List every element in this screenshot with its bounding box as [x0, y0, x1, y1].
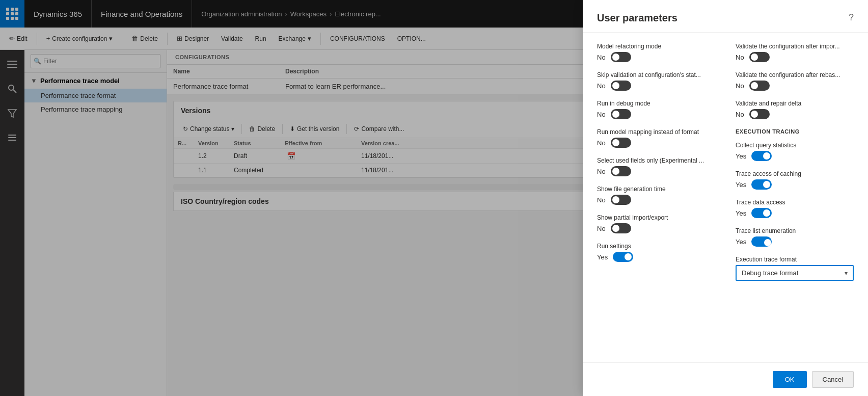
param-model-refactoring-value: No [597, 54, 606, 61]
param-show-file-gen-time: Show file generation time No [597, 186, 715, 205]
param-show-partial-import: Show partial import/export No [597, 214, 715, 233]
param-trace-list-enum-label: Trace list enumeration [736, 227, 854, 234]
param-validate-repair-delta-toggle[interactable] [749, 109, 770, 119]
param-trace-data-access: Trace data access Yes [736, 199, 854, 218]
param-trace-data-access-value: Yes [736, 209, 746, 217]
user-parameters-modal: User parameters ? Model refactoring mode… [583, 0, 868, 396]
param-trace-list-enum: Trace list enumeration Yes [736, 227, 854, 247]
param-show-partial-import-label: Show partial import/export [597, 214, 715, 221]
param-run-settings: Run settings Yes [597, 243, 715, 262]
param-trace-data-access-toggle[interactable] [751, 208, 772, 218]
param-run-model-mapping: Run model mapping instead of format No [597, 128, 715, 148]
param-trace-list-enum-value: Yes [736, 238, 746, 246]
param-validate-rebase-toggle[interactable] [749, 81, 770, 91]
params-grid: Model refactoring mode No Skip validatio… [597, 43, 854, 290]
param-run-model-mapping-label: Run model mapping instead of format [597, 128, 715, 136]
param-trace-caching-toggle[interactable] [751, 179, 772, 190]
param-run-settings-label: Run settings [597, 243, 715, 250]
param-validate-import-label: Validate the configuration after impor..… [736, 43, 854, 50]
modal-help-icon[interactable]: ? [849, 12, 854, 23]
modal-header: User parameters ? [583, 0, 868, 33]
cancel-button[interactable]: Cancel [812, 371, 854, 388]
param-execution-trace-format-label: Execution trace format [736, 256, 854, 263]
param-run-debug-value: No [597, 111, 606, 118]
param-show-file-gen-time-label: Show file generation time [597, 186, 715, 193]
execution-trace-format-dropdown[interactable]: Debug trace format ▾ [736, 265, 854, 281]
param-collect-query-stats-toggle[interactable] [751, 151, 772, 161]
param-show-partial-import-toggle[interactable] [611, 223, 631, 233]
param-collect-query-stats-value: Yes [736, 152, 746, 160]
param-execution-trace-format: Execution trace format Debug trace forma… [736, 256, 854, 281]
param-validate-import: Validate the configuration after impor..… [736, 43, 854, 62]
param-skip-validation-value: No [597, 82, 606, 90]
param-validate-repair-delta-label: Validate and repair delta [736, 100, 854, 107]
param-trace-caching-value: Yes [736, 181, 746, 189]
param-run-debug-label: Run in debug mode [597, 100, 715, 107]
param-run-settings-toggle[interactable] [613, 252, 633, 262]
param-select-used-fields: Select used fields only (Experimental ..… [597, 157, 715, 176]
modal-footer: OK Cancel [583, 362, 868, 396]
param-select-used-fields-value: No [597, 168, 606, 175]
dropdown-chevron-icon: ▾ [845, 270, 848, 277]
param-validate-repair-delta: Validate and repair delta No [736, 100, 854, 119]
execution-trace-format-value: Debug trace format [742, 269, 798, 277]
param-validate-repair-delta-value: No [736, 111, 744, 118]
param-validate-rebase: Validate the configuration after rebas..… [736, 71, 854, 91]
param-validate-rebase-value: No [736, 82, 744, 90]
param-show-file-gen-time-value: No [597, 196, 606, 204]
param-validate-import-toggle[interactable] [749, 52, 770, 62]
modal-title: User parameters [597, 12, 677, 24]
param-show-file-gen-time-toggle[interactable] [611, 195, 631, 205]
params-right-col: Validate the configuration after impor..… [725, 43, 854, 290]
param-trace-caching-label: Trace access of caching [736, 170, 854, 177]
param-run-settings-value: Yes [597, 253, 608, 261]
param-run-debug: Run in debug mode No [597, 100, 715, 119]
ok-button[interactable]: OK [773, 371, 807, 388]
param-collect-query-stats-label: Collect query statistics [736, 142, 854, 149]
param-select-used-fields-label: Select used fields only (Experimental ..… [597, 157, 715, 164]
param-run-model-mapping-toggle[interactable] [611, 138, 631, 148]
params-left-col: Model refactoring mode No Skip validatio… [597, 43, 725, 290]
param-model-refactoring: Model refactoring mode No [597, 43, 715, 62]
param-trace-list-enum-toggle[interactable] [751, 236, 772, 247]
param-run-debug-toggle[interactable] [611, 109, 631, 119]
execution-tracing-heading: EXECUTION TRACING [736, 128, 854, 135]
param-collect-query-stats: Collect query statistics Yes [736, 142, 854, 161]
param-model-refactoring-label: Model refactoring mode [597, 43, 715, 50]
param-run-model-mapping-value: No [597, 139, 606, 147]
modal-body: Model refactoring mode No Skip validatio… [583, 33, 868, 362]
param-trace-caching: Trace access of caching Yes [736, 170, 854, 190]
param-validate-rebase-label: Validate the configuration after rebas..… [736, 71, 854, 78]
param-trace-data-access-label: Trace data access [736, 199, 854, 206]
param-skip-validation-toggle[interactable] [611, 81, 631, 91]
param-select-used-fields-toggle[interactable] [611, 166, 631, 176]
param-model-refactoring-toggle[interactable] [611, 52, 631, 62]
param-show-partial-import-value: No [597, 225, 606, 232]
param-validate-import-value: No [736, 54, 744, 61]
param-skip-validation-label: Skip validation at configuration's stat.… [597, 71, 715, 78]
param-skip-validation: Skip validation at configuration's stat.… [597, 71, 715, 91]
